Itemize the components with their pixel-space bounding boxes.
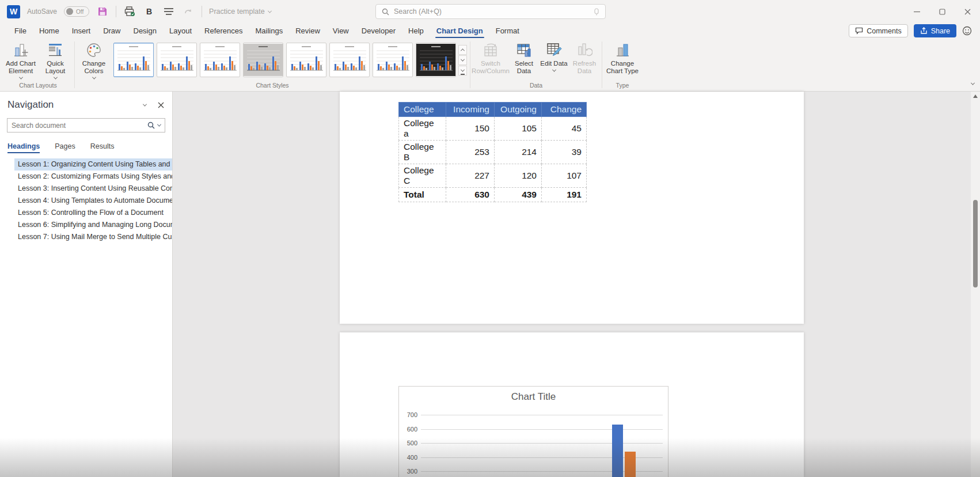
bar-incoming[interactable] (612, 425, 623, 477)
chart-style-thumbnail-style-7[interactable] (373, 43, 413, 77)
tab-view[interactable]: View (326, 23, 355, 39)
tab-mailings[interactable]: Mailings (249, 23, 290, 39)
tab-help[interactable]: Help (402, 23, 430, 39)
table-cell[interactable]: 45 (542, 117, 587, 141)
close-button[interactable] (955, 0, 980, 23)
vertical-scrollbar[interactable] (971, 92, 980, 477)
nav-tab-pages[interactable]: Pages (55, 142, 75, 153)
nav-heading-item[interactable]: Lesson 1: Organizing Content Using Table… (14, 158, 172, 171)
select-data-button[interactable]: Select Data (509, 39, 539, 81)
scrollbar-thumb[interactable] (973, 200, 978, 287)
comments-button[interactable]: Comments (849, 24, 907, 37)
table-cell[interactable]: 191 (542, 188, 587, 202)
bar-outgoing[interactable] (625, 452, 636, 477)
maximize-button[interactable] (929, 0, 955, 23)
toolbar-divider (202, 6, 202, 17)
table-cell[interactable]: 439 (495, 188, 542, 202)
word-app-icon[interactable]: W (7, 5, 20, 18)
y-axis-tick-label: 400 (399, 454, 417, 461)
save-icon[interactable] (96, 5, 109, 18)
group-divider (470, 41, 470, 88)
tab-file[interactable]: File (8, 23, 33, 39)
document-page-2[interactable]: Chart Title 700600500400300 (340, 332, 804, 477)
nav-heading-item[interactable]: Lesson 2: Customizing Formats Using Styl… (14, 171, 172, 183)
nav-heading-item[interactable]: Lesson 6: Simplifying and Managing Long … (14, 219, 172, 231)
tab-layout[interactable]: Layout (163, 23, 198, 39)
table-cell[interactable]: College a (399, 117, 446, 141)
document-page-1[interactable]: CollegeIncomingOutgoingChange College a1… (340, 92, 804, 324)
navigation-search-box[interactable] (7, 118, 165, 132)
table-row[interactable]: College C227120107 (399, 164, 587, 188)
search-icon[interactable] (147, 122, 155, 129)
tab-design[interactable]: Design (127, 23, 163, 39)
tab-draw[interactable]: Draw (97, 23, 127, 39)
quick-print-icon[interactable] (123, 5, 136, 18)
nav-tab-results[interactable]: Results (90, 142, 115, 153)
nav-heading-item[interactable]: Lesson 7: Using Mail Merge to Send Multi… (14, 231, 172, 243)
table-cell[interactable]: 150 (446, 117, 495, 141)
change-chart-type-button[interactable]: Change Chart Type (604, 39, 641, 81)
tab-insert[interactable]: Insert (66, 23, 97, 39)
chart-style-thumbnail-style-8[interactable] (416, 43, 456, 77)
gallery-more-button[interactable] (458, 66, 467, 75)
search-input[interactable] (394, 7, 589, 16)
table-cell[interactable]: Total (399, 188, 446, 202)
chart-title[interactable]: Chart Title (399, 391, 668, 403)
chart-style-thumbnail-style-6[interactable] (329, 43, 370, 77)
chart-style-thumbnail-style-4[interactable] (243, 43, 283, 77)
bold-icon[interactable]: B (143, 5, 155, 18)
quick-layout-button[interactable]: Quick Layout (38, 39, 73, 81)
document-title[interactable]: Practice template (209, 7, 271, 16)
tab-format[interactable]: Format (489, 23, 526, 39)
tab-references[interactable]: References (198, 23, 249, 39)
table-cell[interactable]: College C (399, 164, 446, 188)
table-row[interactable]: College a15010545 (399, 117, 587, 141)
tab-home[interactable]: Home (33, 23, 66, 39)
gallery-scroll-down[interactable] (458, 55, 467, 65)
navigation-pane-close-icon[interactable] (158, 102, 164, 108)
table-cell[interactable]: 227 (446, 164, 495, 188)
edit-data-button[interactable]: Edit Data (539, 39, 569, 81)
collapse-ribbon-icon[interactable] (971, 77, 974, 88)
global-search[interactable] (375, 4, 606, 19)
navigation-pane-options-icon[interactable] (143, 104, 146, 107)
scroll-up-arrow-icon[interactable] (973, 94, 978, 98)
table-row[interactable]: Total630439191 (399, 188, 587, 202)
feedback-smiley-icon[interactable] (962, 26, 972, 36)
nav-heading-item[interactable]: Lesson 4: Using Templates to Automate Do… (14, 195, 172, 207)
table-cell[interactable]: 630 (446, 188, 495, 202)
table-row[interactable]: College B25321439 (399, 141, 587, 164)
tab-review[interactable]: Review (289, 23, 326, 39)
tab-developer[interactable]: Developer (355, 23, 402, 39)
tab-chart-design[interactable]: Chart Design (430, 23, 489, 39)
group-label: Chart Layouts (3, 81, 73, 91)
table-cell[interactable]: 253 (446, 141, 495, 164)
minimize-button[interactable] (904, 0, 929, 23)
navigation-search-input[interactable] (12, 122, 145, 130)
group-chart-layouts: Add Chart Element Quick Layout Chart Lay… (3, 39, 73, 91)
nav-heading-item[interactable]: Lesson 5: Controlling the Flow of a Docu… (14, 207, 172, 219)
add-chart-element-button[interactable]: Add Chart Element (3, 39, 38, 81)
table-cell[interactable]: 39 (542, 141, 587, 164)
table-cell[interactable]: 120 (495, 164, 542, 188)
align-icon[interactable] (162, 5, 175, 18)
table-cell[interactable]: College B (399, 141, 446, 164)
gallery-scroll-up[interactable] (458, 45, 467, 55)
change-colors-button[interactable]: Change Colors (77, 39, 111, 81)
table-cell[interactable]: 105 (495, 117, 542, 141)
table-cell[interactable]: 107 (542, 164, 587, 188)
embedded-bar-chart[interactable]: Chart Title 700600500400300 (398, 386, 668, 477)
share-button[interactable]: Share (914, 24, 956, 37)
autosave-toggle[interactable]: Off (64, 6, 89, 17)
navigation-pane: Navigation HeadingsPagesResults Lesson 1… (0, 92, 173, 477)
chart-style-thumbnail-style-5[interactable] (286, 43, 326, 77)
table-cell[interactable]: 214 (495, 141, 542, 164)
college-data-table[interactable]: CollegeIncomingOutgoingChange College a1… (398, 102, 587, 202)
nav-tab-headings[interactable]: Headings (7, 142, 40, 153)
chart-style-thumbnail-style-2[interactable] (157, 43, 197, 77)
search-options-caret-icon[interactable] (157, 123, 161, 127)
table-col-header: Incoming (446, 103, 495, 117)
chart-style-thumbnail-style-3[interactable] (200, 43, 240, 77)
nav-heading-item[interactable]: Lesson 3: Inserting Content Using Reusab… (14, 183, 172, 195)
chart-style-thumbnail-style-1[interactable] (113, 43, 154, 77)
